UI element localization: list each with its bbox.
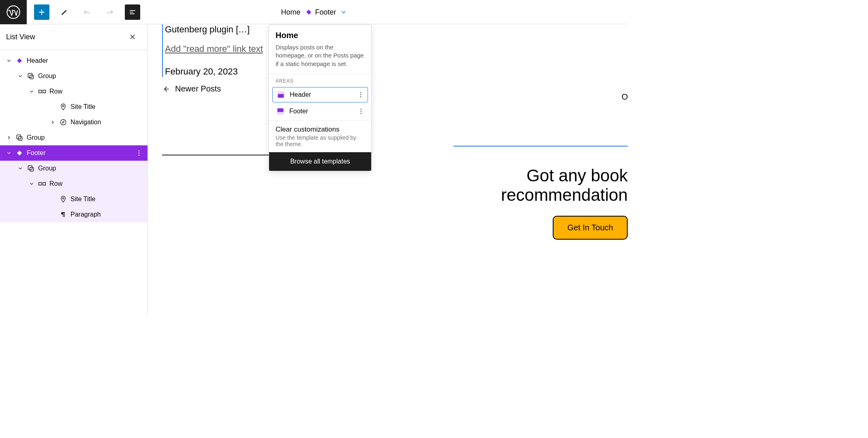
close-sidebar-button[interactable] (126, 32, 139, 42)
sidebar-header: List View (0, 24, 148, 50)
svg-rect-11 (17, 151, 22, 155)
block-tree: HeaderGroupRowSite TitleNavigationGroupF… (0, 50, 148, 222)
breadcrumb-dropdown-toggle[interactable] (340, 9, 347, 15)
undo-button[interactable] (79, 4, 95, 20)
add-block-button[interactable] (34, 4, 49, 20)
svg-rect-21 (278, 91, 284, 94)
edit-mode-button[interactable] (57, 4, 72, 20)
dropdown-areas-label: AREAS (269, 74, 371, 85)
more-icon (357, 91, 364, 98)
svg-rect-16 (30, 168, 34, 171)
plus-icon (38, 8, 46, 16)
tree-label: Footer (25, 149, 45, 157)
list-view-toggle[interactable] (125, 4, 140, 20)
dropdown-areas-list: Header Footer (269, 87, 371, 119)
dropdown-title: Home (276, 31, 365, 40)
tree-row-paragraph[interactable]: Paragraph (0, 207, 148, 222)
row-icon (36, 180, 48, 188)
area-options[interactable] (357, 108, 365, 115)
pencil-icon (60, 8, 69, 17)
tree-row-group[interactable]: Group (0, 161, 148, 176)
sidebar-title: List View (6, 33, 35, 41)
svg-rect-5 (39, 90, 42, 93)
svg-point-23 (360, 94, 361, 95)
breadcrumb-footer-label: Footer (315, 8, 336, 17)
redo-icon (105, 8, 114, 17)
chevron-down-icon (17, 166, 23, 171)
tree-row-group[interactable]: Group (0, 68, 148, 84)
svg-point-7 (62, 105, 64, 107)
tree-row-header[interactable]: Header (0, 53, 148, 68)
clear-customizations[interactable]: Clear customizations Use the template as… (269, 120, 371, 152)
get-in-touch-button[interactable]: Get In Touch (553, 216, 628, 240)
older-posts-link[interactable]: Ol (622, 92, 628, 102)
area-options[interactable] (357, 91, 364, 98)
tree-row-site-title[interactable]: Site Title (0, 191, 148, 207)
svg-point-28 (361, 111, 362, 112)
area-item-footer[interactable]: Footer (272, 104, 368, 119)
template-part-icon (304, 8, 312, 16)
diamond-white-icon (14, 149, 25, 157)
tree-row-footer[interactable]: Footer (0, 145, 148, 161)
tree-row-group[interactable]: Group (0, 130, 148, 145)
svg-rect-2 (17, 58, 22, 63)
tree-row-row[interactable]: Row (0, 84, 148, 99)
breadcrumb-home[interactable]: Home (281, 8, 300, 17)
chevron-down-icon (340, 9, 347, 15)
svg-point-13 (139, 153, 140, 154)
area-label: Header (290, 91, 311, 98)
arrow-left-icon (162, 85, 170, 93)
svg-rect-17 (39, 183, 42, 185)
list-view-sidebar: List View HeaderGroupRowSite TitleNaviga… (0, 24, 148, 317)
wordpress-icon (6, 5, 20, 19)
row-icon (36, 87, 48, 96)
tree-row-navigation[interactable]: Navigation (0, 115, 148, 130)
chevron-down-icon (6, 58, 12, 64)
redo-button[interactable] (102, 4, 118, 20)
tree-label: Group (36, 165, 56, 172)
tree-label: Navigation (69, 119, 101, 126)
svg-rect-6 (43, 90, 46, 93)
template-dropdown: Home Displays posts on the homepage, or … (269, 25, 372, 171)
chevron-right-icon (50, 119, 56, 125)
area-item-header[interactable]: Header (272, 87, 368, 102)
tree-row-row[interactable]: Row (0, 176, 148, 191)
footer-template-preview: Got any bookrecommendation Get In Touch (453, 146, 628, 240)
tree-row-options[interactable] (135, 149, 143, 157)
dropdown-description: Displays posts on the homepage, or on th… (276, 43, 365, 68)
tree-row-site-title[interactable]: Site Title (0, 99, 148, 115)
clear-customizations-desc: Use the template as supplied by the them… (276, 134, 365, 147)
area-label: Footer (289, 108, 308, 115)
tree-label: Group (36, 72, 56, 80)
tree-label: Paragraph (69, 211, 101, 218)
breadcrumb-footer[interactable]: Footer (304, 8, 336, 17)
chevron-down-icon (29, 89, 34, 94)
pin-icon (58, 103, 69, 111)
compass-icon (58, 119, 69, 126)
svg-rect-4 (30, 75, 34, 79)
svg-rect-1 (306, 10, 311, 15)
chevron-down-icon (29, 181, 34, 187)
diamond-purple-icon (14, 57, 25, 65)
svg-rect-18 (43, 183, 46, 185)
chevron-down-icon (17, 73, 23, 79)
browse-templates-button[interactable]: Browse all templates (269, 152, 371, 171)
footer-heading[interactable]: Got any bookrecommendation (453, 166, 628, 205)
wordpress-logo[interactable] (0, 0, 27, 24)
editor-canvas: Gutenberg plugin […] Add "read more" lin… (148, 24, 628, 317)
svg-point-19 (62, 198, 64, 199)
chevron-right-icon (6, 135, 12, 140)
group-icon (25, 72, 36, 80)
top-toolbar: Home Footer (0, 0, 628, 24)
list-view-icon (128, 8, 137, 16)
para-icon (58, 211, 69, 218)
svg-point-14 (139, 155, 140, 156)
tree-label: Site Title (69, 103, 95, 111)
toolbar-left (27, 4, 140, 20)
group-icon (14, 134, 25, 142)
pin-icon (58, 196, 69, 203)
more-icon (357, 108, 365, 115)
template-part-square-icon (277, 91, 285, 99)
tree-label: Header (25, 57, 48, 64)
svg-point-24 (360, 96, 361, 98)
